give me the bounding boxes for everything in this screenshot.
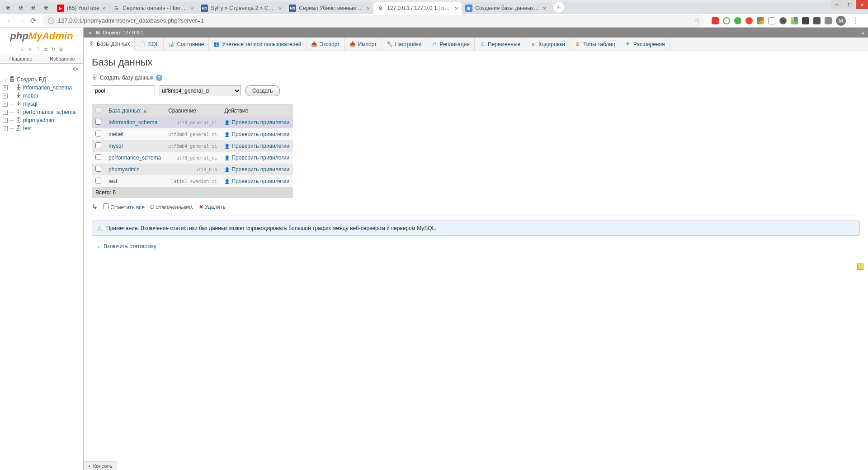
db-name-cell[interactable]: mysql: [105, 140, 165, 152]
ext-icon[interactable]: [791, 17, 798, 24]
reload-icon[interactable]: ↻: [50, 46, 57, 52]
address-bar[interactable]: i 127.0.0.1/phpmyadmin/server_databases.…: [42, 15, 705, 27]
nav-left-icon[interactable]: ◄: [87, 30, 92, 35]
row-checkbox[interactable]: [95, 119, 101, 125]
row-checkbox[interactable]: [95, 142, 101, 148]
ext-icon[interactable]: [757, 17, 764, 24]
nav-back-button[interactable]: ←: [4, 15, 15, 27]
ext-icon[interactable]: [712, 17, 719, 24]
browser-tab[interactable]: 🛠: [15, 2, 28, 14]
db-tree-label[interactable]: test: [23, 125, 32, 132]
browser-tab[interactable]: ⚙127.0.0.1 / 127.0.0.1 | phpMyAdm×: [373, 2, 462, 14]
db-tree-node[interactable]: +─🗄mebel: [3, 92, 80, 100]
console-toggle[interactable]: ▪ Консоль: [84, 461, 117, 470]
main-tab[interactable]: 🔧Настройки: [382, 38, 427, 51]
main-tab[interactable]: ⇄Репликация: [426, 38, 475, 51]
browser-tab[interactable]: ▣Создание базы данных в PHPM×: [462, 2, 550, 14]
select-all-checkbox[interactable]: [95, 107, 101, 113]
db-name-cell[interactable]: performance_schema: [105, 152, 165, 164]
window-minimize-button[interactable]: ─: [831, 0, 843, 9]
browser-tab[interactable]: HDСериал Убийственный класс 1 с×: [285, 2, 373, 14]
tab-close-icon[interactable]: ×: [455, 5, 458, 12]
ext-icon[interactable]: [779, 17, 787, 24]
expand-icon[interactable]: +: [3, 85, 8, 90]
help-icon[interactable]: ?: [156, 75, 162, 81]
db-tree-label[interactable]: phpmyadmin: [23, 117, 54, 123]
expand-icon[interactable]: +: [3, 126, 8, 131]
create-db-node[interactable]: ┌🗄 Создать БД: [3, 75, 80, 84]
enable-statistics-link[interactable]: Включить статистику: [104, 243, 156, 249]
tab-close-icon[interactable]: ×: [367, 5, 370, 12]
bookmark-star-icon[interactable]: ☆: [694, 17, 700, 24]
expand-icon[interactable]: +: [3, 102, 8, 107]
privileges-link[interactable]: 👤Проверить привилегии: [221, 117, 293, 128]
db-tree-node[interactable]: +─🗄test: [3, 124, 80, 132]
privileges-link[interactable]: 👤Проверить привилегии: [221, 140, 293, 152]
browser-tab[interactable]: ▶(65) YouTube×: [53, 2, 109, 14]
home-icon[interactable]: ⌂: [19, 46, 26, 52]
collapse-icon[interactable]: ⟴: [0, 64, 83, 74]
db-tree-node[interactable]: +─🗄performance_schema: [3, 108, 80, 116]
collation-select[interactable]: utf8mb4_general_ci: [160, 85, 241, 96]
collapse-panel-icon[interactable]: ▴: [862, 29, 864, 36]
db-tree-node[interactable]: +─🗄phpmyadmin: [3, 116, 80, 124]
db-name-input[interactable]: [92, 85, 155, 96]
privileges-link[interactable]: 👤Проверить привилегии: [221, 164, 293, 175]
expand-icon[interactable]: +: [3, 110, 8, 115]
expand-icon[interactable]: +: [3, 94, 8, 99]
main-tab[interactable]: 🗄Базы данных: [84, 38, 135, 51]
browser-tab[interactable]: 🛠: [41, 2, 53, 14]
db-tree-node[interactable]: +─🗄information_schema: [3, 84, 80, 92]
browser-tab[interactable]: 🛠: [3, 2, 15, 14]
db-tree-label[interactable]: mysql: [23, 101, 37, 107]
db-name-cell[interactable]: test: [105, 175, 165, 187]
profile-avatar[interactable]: M: [836, 16, 846, 26]
ext-icon[interactable]: [734, 17, 741, 24]
docs-icon[interactable]: ❔: [35, 46, 41, 52]
browser-tab[interactable]: GСериалы онлайн - Поиск в Goo×: [109, 2, 197, 14]
row-checkbox[interactable]: [95, 154, 101, 160]
privileges-link[interactable]: 👤Проверить привилегии: [221, 152, 293, 164]
tab-close-icon[interactable]: ×: [543, 5, 547, 12]
create-button[interactable]: Создать: [245, 85, 280, 96]
new-tab-button[interactable]: +: [552, 1, 565, 13]
check-all-checkbox[interactable]: [103, 203, 109, 209]
privileges-link[interactable]: 👤Проверить привилегии: [221, 175, 293, 187]
phpmyadmin-logo[interactable]: phpMyAdmin: [0, 28, 83, 45]
db-name-cell[interactable]: mebel: [105, 128, 165, 140]
sidebar-tab-favorites[interactable]: Избранное: [42, 54, 83, 63]
logout-icon[interactable]: ⎋: [27, 46, 33, 52]
tab-close-icon[interactable]: ×: [278, 5, 282, 12]
tab-close-icon[interactable]: ×: [102, 5, 106, 12]
sql-icon[interactable]: ⧉: [42, 46, 49, 52]
main-tab[interactable]: 📥Импорт: [345, 38, 382, 51]
db-tree-label[interactable]: mebel: [23, 93, 38, 99]
settings-icon[interactable]: ⚙: [58, 46, 64, 52]
expand-icon[interactable]: +: [3, 118, 8, 123]
bookmark-page-icon[interactable]: [857, 263, 863, 270]
db-tree-label[interactable]: information_schema: [23, 85, 72, 91]
window-close-button[interactable]: ✕: [856, 0, 868, 9]
server-label[interactable]: Сервер: 127.0.0.1: [103, 30, 143, 35]
db-name-cell[interactable]: phpmyadmin: [105, 164, 165, 175]
main-tab[interactable]: 📤Экспорт: [307, 38, 345, 51]
main-tab[interactable]: 📊Состояние: [164, 38, 209, 51]
ext-icon[interactable]: [723, 17, 730, 24]
sidebar-tab-recent[interactable]: Недавнее: [0, 54, 42, 63]
row-checkbox[interactable]: [95, 178, 101, 183]
nav-forward-button[interactable]: →: [15, 15, 27, 27]
db-tree-label[interactable]: performance_schema: [23, 109, 75, 115]
tab-close-icon[interactable]: ×: [190, 5, 194, 12]
main-tab[interactable]: ✚Расширения: [620, 38, 670, 51]
main-tab[interactable]: 👥Учетные записи пользователей: [209, 38, 306, 51]
site-info-icon[interactable]: i: [48, 18, 54, 24]
nav-reload-button[interactable]: ⟳: [27, 15, 39, 27]
window-maximize-button[interactable]: ☐: [844, 0, 855, 9]
row-checkbox[interactable]: [95, 131, 101, 136]
ext-icon[interactable]: [802, 17, 809, 24]
check-all[interactable]: Отметить все: [103, 203, 145, 211]
main-tab[interactable]: ≡Кодировки: [525, 38, 570, 51]
ext-icon[interactable]: [768, 17, 775, 24]
browser-tab[interactable]: HDSyFy » Страница 2 » Сериалы о×: [197, 2, 285, 14]
col-database[interactable]: База данных ▲: [105, 105, 165, 117]
